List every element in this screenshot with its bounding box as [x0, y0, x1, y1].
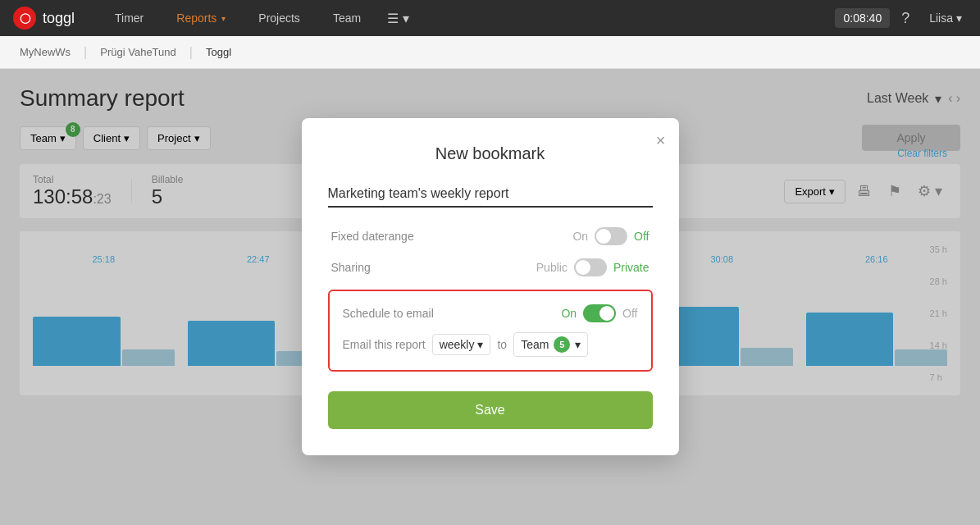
modal-backdrop: × New bookmark Fixed daterange On Off Sh…	[0, 69, 980, 525]
main-content: Summary report Last Week ▾ ‹ › Team ▾ 8 …	[0, 69, 980, 525]
schedule-off-label: Off	[622, 307, 637, 320]
fixed-on-label: On	[572, 230, 588, 243]
sharing-toggle[interactable]	[574, 258, 607, 276]
logo-icon: ◯	[13, 7, 36, 30]
schedule-toggle[interactable]	[583, 304, 616, 322]
user-menu[interactable]: Liisa ▾	[921, 8, 970, 28]
fixed-daterange-row: Fixed daterange On Off	[328, 227, 653, 245]
schedule-on-label: On	[561, 307, 577, 320]
sharing-private-label: Private	[613, 261, 650, 274]
sharing-public-label: Public	[536, 261, 567, 274]
modal-title: New bookmark	[328, 144, 653, 163]
schedule-row: Schedule to email On Off	[343, 304, 638, 322]
team-count-badge: 5	[554, 336, 570, 353]
fixed-daterange-toggle-group: On Off	[572, 227, 649, 245]
nav-reports[interactable]: Reports ▾	[160, 0, 242, 36]
save-button[interactable]: Save	[328, 391, 653, 429]
hamburger-menu[interactable]: ☰ ▾	[377, 7, 418, 30]
help-button[interactable]: ?	[893, 7, 918, 30]
schedule-label: Schedule to email	[343, 307, 434, 320]
new-bookmark-modal: × New bookmark Fixed daterange On Off Sh…	[302, 118, 679, 455]
fixed-daterange-label: Fixed daterange	[331, 230, 414, 243]
sub-nav: MyNewWs | Prügi VaheTund | Toggl	[0, 36, 980, 69]
bookmark-name-input[interactable]	[328, 183, 653, 208]
nav-projects[interactable]: Projects	[242, 0, 317, 36]
schedule-section: Schedule to email On Off Email this repo…	[328, 290, 653, 372]
email-row: Email this report weekly ▾ to Team 5 ▾	[343, 332, 638, 357]
nav-timer[interactable]: Timer	[98, 0, 160, 36]
frequency-select[interactable]: weekly ▾	[432, 334, 491, 355]
sub-nav-myww[interactable]: MyNewWs	[13, 43, 77, 62]
modal-close-button[interactable]: ×	[656, 131, 666, 150]
logo-text: toggl	[43, 10, 75, 27]
sharing-row: Sharing Public Private	[328, 258, 653, 276]
top-nav: ◯ toggl Timer Reports ▾ Projects Team ☰ …	[0, 0, 980, 36]
fixed-daterange-toggle[interactable]	[595, 227, 627, 245]
team-dropdown-icon: ▾	[575, 338, 581, 351]
sharing-toggle-group: Public Private	[536, 258, 650, 276]
schedule-toggle-group: On Off	[561, 304, 637, 322]
frequency-dropdown-icon: ▾	[477, 338, 483, 351]
timer-display: 0:08:40	[835, 8, 890, 28]
email-report-label: Email this report	[343, 338, 426, 351]
reports-dropdown-arrow: ▾	[221, 14, 226, 23]
sharing-label: Sharing	[331, 261, 371, 274]
logo[interactable]: ◯ toggl	[0, 7, 98, 30]
fixed-off-label: Off	[634, 230, 649, 243]
sub-nav-toggl[interactable]: Toggl	[199, 43, 238, 62]
to-label: to	[497, 338, 507, 351]
nav-team[interactable]: Team	[317, 0, 377, 36]
team-select[interactable]: Team 5 ▾	[513, 332, 588, 357]
sub-nav-prugi[interactable]: Prügi VaheTund	[93, 43, 183, 62]
user-dropdown-arrow: ▾	[956, 11, 962, 25]
